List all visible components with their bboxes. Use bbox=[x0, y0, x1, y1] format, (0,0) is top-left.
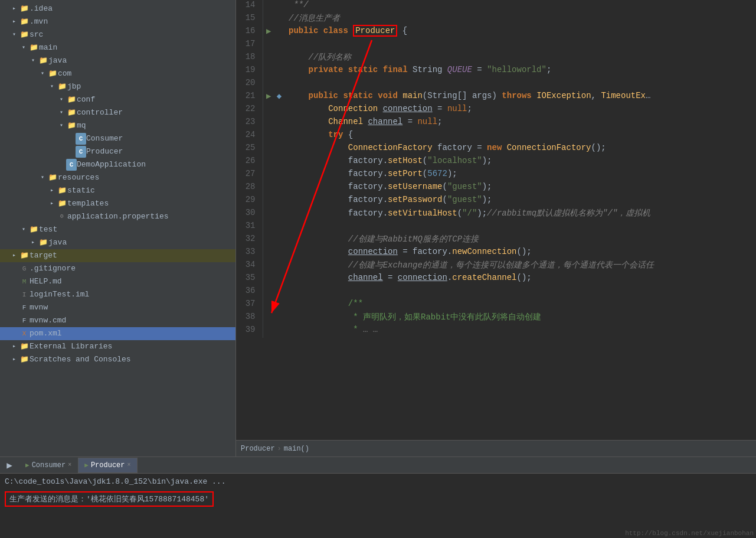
code-line-25: 25 ConnectionFactory factory = new Conne… bbox=[236, 143, 756, 156]
sidebar-item-main[interactable]: ▾📁 main bbox=[0, 41, 235, 54]
code-line-32: 32 //创建与RabbitMQ服务的TCP连接 bbox=[236, 234, 756, 247]
sidebar-item-pomxml[interactable]: X pom.xml bbox=[0, 327, 235, 340]
sidebar-item-com[interactable]: ▾📁 com bbox=[0, 67, 235, 80]
breadcrumb-item-producer: Producer bbox=[241, 445, 275, 453]
sidebar-item-scratches[interactable]: ▸📁 Scratches and Consoles bbox=[0, 353, 235, 366]
sidebar-item-appprops[interactable]: ⚙ application.properties bbox=[0, 210, 235, 223]
run-icon: ▶ bbox=[2, 458, 17, 472]
watermark: http://blog.csdn.net/xuejianbohan bbox=[625, 530, 754, 537]
code-line-34: 34 //创建与Exchange的通道，每个连接可以创建多个通道，每个通道代表一… bbox=[236, 260, 756, 273]
sidebar-item-target[interactable]: ▸📁 target bbox=[0, 249, 235, 262]
code-line-31: 31 bbox=[236, 221, 756, 234]
sidebar-item-mvnw[interactable]: F mvnw bbox=[0, 301, 235, 314]
sidebar-item-mvn[interactable]: ▸📁 .mvn bbox=[0, 15, 235, 28]
console-output-line: 生产者发送的消息是：'桃花依旧笑春风1578887148458' bbox=[5, 490, 751, 507]
run-tabs-bar: ▶ ▶ Consumer × ▶ Producer × bbox=[0, 457, 756, 473]
code-line-17: 17 bbox=[236, 39, 756, 52]
console-content: C:\code_tools\Java\jdk1.8.0_152\bin\java… bbox=[0, 474, 756, 538]
code-line-19: 19 private static final String QUEUE = "… bbox=[236, 65, 756, 78]
breadcrumb: Producer › main() bbox=[236, 440, 756, 457]
sidebar-item-templates[interactable]: ▸📁 templates bbox=[0, 197, 235, 210]
code-line-30: 30 factory.setVirtualHost("/");//rabbitm… bbox=[236, 208, 756, 221]
tab-consumer[interactable]: ▶ Consumer × bbox=[19, 458, 78, 473]
sidebar-item-resources[interactable]: ▾📁 resources bbox=[0, 171, 235, 184]
sidebar-item-testjava[interactable]: ▸📁 java bbox=[0, 236, 235, 249]
console-output-box: 生产者发送的消息是：'桃花依旧笑春风1578887148458' bbox=[5, 491, 214, 507]
sidebar-item-idea[interactable]: ▸📁 .idea bbox=[0, 2, 235, 15]
code-line-21: 21 ▶ ◆ public static void main(String[] … bbox=[236, 91, 756, 104]
code-line-22: 22 Connection connection = null; bbox=[236, 104, 756, 117]
code-line-26: 26 factory.setHost("localhost"); bbox=[236, 156, 756, 169]
code-line-39: 39 * … … bbox=[236, 325, 756, 338]
code-editor: 14 **/ 15 //消息生产者 16 ▶ bbox=[236, 0, 756, 457]
code-line-33: 33 connection = factory.newConnection(); bbox=[236, 247, 756, 260]
tab-producer[interactable]: ▶ Producer × bbox=[78, 458, 137, 473]
file-tree[interactable]: ▸📁 .idea ▸📁 .mvn ▾📁 src ▾📁 main ▾📁 java … bbox=[0, 0, 236, 457]
code-line-28: 28 factory.setUsername("guest"); bbox=[236, 182, 756, 195]
code-line-29: 29 factory.setPassword("guest"); bbox=[236, 195, 756, 208]
code-line-38: 38 * 声明队列，如果Rabbit中没有此队列将自动创建 bbox=[236, 312, 756, 325]
breadcrumb-item-main: main() bbox=[284, 445, 309, 453]
sidebar-item-demoapplication[interactable]: C DemoApplication bbox=[0, 158, 235, 171]
sidebar-item-extlib[interactable]: ▸📁 External Libraries bbox=[0, 340, 235, 353]
sidebar-item-mvnwcmd[interactable]: F mvnw.cmd bbox=[0, 314, 235, 327]
sidebar-item-helpmd[interactable]: M HELP.md bbox=[0, 275, 235, 288]
sidebar-item-test[interactable]: ▾📁 test bbox=[0, 223, 235, 236]
code-line-27: 27 factory.setPort(5672); bbox=[236, 169, 756, 182]
code-scroll[interactable]: 14 **/ 15 //消息生产者 16 ▶ bbox=[236, 0, 756, 440]
code-line-37: 37 /** bbox=[236, 299, 756, 312]
sidebar-item-controller[interactable]: ▾📁 controller bbox=[0, 106, 235, 119]
console-panel: C:\code_tools\Java\jdk1.8.0_152\bin\java… bbox=[0, 473, 756, 538]
sidebar-item-jbp[interactable]: ▾📁 jbp bbox=[0, 80, 235, 93]
sidebar-item-consumer[interactable]: C Consumer bbox=[0, 132, 235, 145]
code-line-35: 35 channel = connection.createChannel(); bbox=[236, 273, 756, 286]
sidebar-item-producer[interactable]: C Producer bbox=[0, 145, 235, 158]
sidebar-item-gitignore[interactable]: G .gitignore bbox=[0, 262, 235, 275]
sidebar-item-src[interactable]: ▾📁 src bbox=[0, 28, 235, 41]
code-line-16: 16 ▶ public class Producer { bbox=[236, 26, 756, 39]
code-line-24: 24 try { bbox=[236, 130, 756, 143]
sidebar-item-mq[interactable]: ▾📁 mq bbox=[0, 119, 235, 132]
code-line-18: 18 //队列名称 bbox=[236, 52, 756, 65]
sidebar-item-conf[interactable]: ▾📁 conf bbox=[0, 93, 235, 106]
sidebar-item-loginiml[interactable]: I loginTest.iml bbox=[0, 288, 235, 301]
code-line-36: 36 bbox=[236, 286, 756, 299]
code-line-23: 23 Channel channel = null; bbox=[236, 117, 756, 130]
code-line-20: 20 bbox=[236, 78, 756, 91]
sidebar-item-java[interactable]: ▾📁 java bbox=[0, 54, 235, 67]
sidebar-item-static[interactable]: ▸📁 static bbox=[0, 184, 235, 197]
code-line-14: 14 **/ bbox=[236, 0, 756, 13]
console-command-line: C:\code_tools\Java\jdk1.8.0_152\bin\java… bbox=[5, 476, 751, 488]
code-line-15: 15 //消息生产者 bbox=[236, 13, 756, 26]
